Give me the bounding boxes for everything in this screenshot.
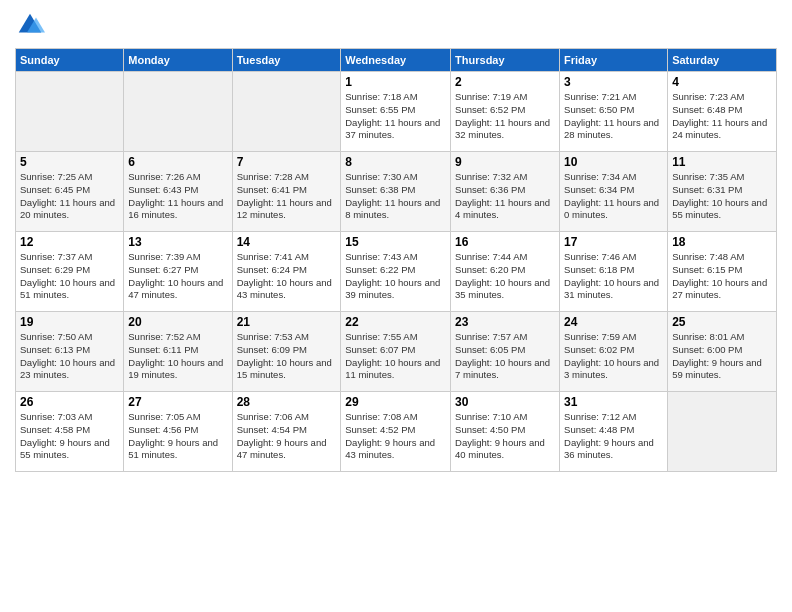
col-header-tuesday: Tuesday: [232, 49, 341, 72]
day-number: 11: [672, 155, 772, 169]
day-info: Sunrise: 7:12 AMSunset: 4:48 PMDaylight:…: [564, 411, 663, 462]
calendar-cell: 22Sunrise: 7:55 AMSunset: 6:07 PMDayligh…: [341, 312, 451, 392]
calendar-cell: 10Sunrise: 7:34 AMSunset: 6:34 PMDayligh…: [560, 152, 668, 232]
calendar-cell: 25Sunrise: 8:01 AMSunset: 6:00 PMDayligh…: [668, 312, 777, 392]
calendar-cell: 5Sunrise: 7:25 AMSunset: 6:45 PMDaylight…: [16, 152, 124, 232]
day-info: Sunrise: 7:50 AMSunset: 6:13 PMDaylight:…: [20, 331, 119, 382]
day-number: 19: [20, 315, 119, 329]
day-info: Sunrise: 7:57 AMSunset: 6:05 PMDaylight:…: [455, 331, 555, 382]
day-number: 9: [455, 155, 555, 169]
calendar-cell: 30Sunrise: 7:10 AMSunset: 4:50 PMDayligh…: [451, 392, 560, 472]
day-info: Sunrise: 7:46 AMSunset: 6:18 PMDaylight:…: [564, 251, 663, 302]
calendar-cell: 1Sunrise: 7:18 AMSunset: 6:55 PMDaylight…: [341, 72, 451, 152]
day-number: 4: [672, 75, 772, 89]
day-info: Sunrise: 7:48 AMSunset: 6:15 PMDaylight:…: [672, 251, 772, 302]
calendar-week-row: 19Sunrise: 7:50 AMSunset: 6:13 PMDayligh…: [16, 312, 777, 392]
day-number: 14: [237, 235, 337, 249]
day-number: 29: [345, 395, 446, 409]
day-number: 8: [345, 155, 446, 169]
calendar-cell: 11Sunrise: 7:35 AMSunset: 6:31 PMDayligh…: [668, 152, 777, 232]
calendar-cell: [124, 72, 232, 152]
day-number: 25: [672, 315, 772, 329]
day-number: 20: [128, 315, 227, 329]
day-number: 22: [345, 315, 446, 329]
calendar-cell: 21Sunrise: 7:53 AMSunset: 6:09 PMDayligh…: [232, 312, 341, 392]
day-info: Sunrise: 7:19 AMSunset: 6:52 PMDaylight:…: [455, 91, 555, 142]
day-info: Sunrise: 7:41 AMSunset: 6:24 PMDaylight:…: [237, 251, 337, 302]
day-info: Sunrise: 7:06 AMSunset: 4:54 PMDaylight:…: [237, 411, 337, 462]
col-header-thursday: Thursday: [451, 49, 560, 72]
calendar-cell: [16, 72, 124, 152]
calendar-cell: 16Sunrise: 7:44 AMSunset: 6:20 PMDayligh…: [451, 232, 560, 312]
calendar-week-row: 1Sunrise: 7:18 AMSunset: 6:55 PMDaylight…: [16, 72, 777, 152]
day-number: 13: [128, 235, 227, 249]
calendar-cell: 12Sunrise: 7:37 AMSunset: 6:29 PMDayligh…: [16, 232, 124, 312]
day-info: Sunrise: 7:59 AMSunset: 6:02 PMDaylight:…: [564, 331, 663, 382]
day-number: 17: [564, 235, 663, 249]
day-info: Sunrise: 7:18 AMSunset: 6:55 PMDaylight:…: [345, 91, 446, 142]
calendar-cell: 24Sunrise: 7:59 AMSunset: 6:02 PMDayligh…: [560, 312, 668, 392]
calendar-week-row: 5Sunrise: 7:25 AMSunset: 6:45 PMDaylight…: [16, 152, 777, 232]
col-header-saturday: Saturday: [668, 49, 777, 72]
calendar-cell: [232, 72, 341, 152]
calendar-cell: 19Sunrise: 7:50 AMSunset: 6:13 PMDayligh…: [16, 312, 124, 392]
day-number: 28: [237, 395, 337, 409]
day-info: Sunrise: 7:55 AMSunset: 6:07 PMDaylight:…: [345, 331, 446, 382]
calendar-cell: 28Sunrise: 7:06 AMSunset: 4:54 PMDayligh…: [232, 392, 341, 472]
calendar-cell: 4Sunrise: 7:23 AMSunset: 6:48 PMDaylight…: [668, 72, 777, 152]
calendar-header-row: SundayMondayTuesdayWednesdayThursdayFrid…: [16, 49, 777, 72]
calendar-cell: 29Sunrise: 7:08 AMSunset: 4:52 PMDayligh…: [341, 392, 451, 472]
col-header-sunday: Sunday: [16, 49, 124, 72]
day-info: Sunrise: 7:28 AMSunset: 6:41 PMDaylight:…: [237, 171, 337, 222]
logo: [15, 10, 50, 40]
day-number: 31: [564, 395, 663, 409]
calendar-cell: 15Sunrise: 7:43 AMSunset: 6:22 PMDayligh…: [341, 232, 451, 312]
day-number: 3: [564, 75, 663, 89]
calendar-week-row: 26Sunrise: 7:03 AMSunset: 4:58 PMDayligh…: [16, 392, 777, 472]
day-number: 1: [345, 75, 446, 89]
logo-icon: [15, 10, 45, 40]
calendar-cell: 2Sunrise: 7:19 AMSunset: 6:52 PMDaylight…: [451, 72, 560, 152]
day-number: 23: [455, 315, 555, 329]
day-info: Sunrise: 7:30 AMSunset: 6:38 PMDaylight:…: [345, 171, 446, 222]
calendar-cell: [668, 392, 777, 472]
day-info: Sunrise: 7:08 AMSunset: 4:52 PMDaylight:…: [345, 411, 446, 462]
day-info: Sunrise: 7:43 AMSunset: 6:22 PMDaylight:…: [345, 251, 446, 302]
day-number: 26: [20, 395, 119, 409]
calendar-cell: 26Sunrise: 7:03 AMSunset: 4:58 PMDayligh…: [16, 392, 124, 472]
day-info: Sunrise: 7:26 AMSunset: 6:43 PMDaylight:…: [128, 171, 227, 222]
col-header-monday: Monday: [124, 49, 232, 72]
day-number: 7: [237, 155, 337, 169]
day-number: 5: [20, 155, 119, 169]
day-number: 2: [455, 75, 555, 89]
day-info: Sunrise: 7:37 AMSunset: 6:29 PMDaylight:…: [20, 251, 119, 302]
day-number: 21: [237, 315, 337, 329]
calendar-table: SundayMondayTuesdayWednesdayThursdayFrid…: [15, 48, 777, 472]
header: [15, 10, 777, 40]
calendar-cell: 7Sunrise: 7:28 AMSunset: 6:41 PMDaylight…: [232, 152, 341, 232]
calendar-cell: 31Sunrise: 7:12 AMSunset: 4:48 PMDayligh…: [560, 392, 668, 472]
day-number: 12: [20, 235, 119, 249]
day-number: 24: [564, 315, 663, 329]
calendar-week-row: 12Sunrise: 7:37 AMSunset: 6:29 PMDayligh…: [16, 232, 777, 312]
calendar-cell: 23Sunrise: 7:57 AMSunset: 6:05 PMDayligh…: [451, 312, 560, 392]
day-info: Sunrise: 7:23 AMSunset: 6:48 PMDaylight:…: [672, 91, 772, 142]
day-info: Sunrise: 7:39 AMSunset: 6:27 PMDaylight:…: [128, 251, 227, 302]
day-info: Sunrise: 7:53 AMSunset: 6:09 PMDaylight:…: [237, 331, 337, 382]
calendar-cell: 8Sunrise: 7:30 AMSunset: 6:38 PMDaylight…: [341, 152, 451, 232]
day-info: Sunrise: 7:10 AMSunset: 4:50 PMDaylight:…: [455, 411, 555, 462]
day-number: 10: [564, 155, 663, 169]
day-number: 30: [455, 395, 555, 409]
day-info: Sunrise: 7:25 AMSunset: 6:45 PMDaylight:…: [20, 171, 119, 222]
col-header-wednesday: Wednesday: [341, 49, 451, 72]
day-info: Sunrise: 7:05 AMSunset: 4:56 PMDaylight:…: [128, 411, 227, 462]
day-info: Sunrise: 7:32 AMSunset: 6:36 PMDaylight:…: [455, 171, 555, 222]
day-info: Sunrise: 7:35 AMSunset: 6:31 PMDaylight:…: [672, 171, 772, 222]
calendar-cell: 18Sunrise: 7:48 AMSunset: 6:15 PMDayligh…: [668, 232, 777, 312]
day-number: 27: [128, 395, 227, 409]
calendar-cell: 9Sunrise: 7:32 AMSunset: 6:36 PMDaylight…: [451, 152, 560, 232]
calendar-cell: 3Sunrise: 7:21 AMSunset: 6:50 PMDaylight…: [560, 72, 668, 152]
day-info: Sunrise: 7:34 AMSunset: 6:34 PMDaylight:…: [564, 171, 663, 222]
calendar-cell: 13Sunrise: 7:39 AMSunset: 6:27 PMDayligh…: [124, 232, 232, 312]
page: SundayMondayTuesdayWednesdayThursdayFrid…: [0, 0, 792, 612]
